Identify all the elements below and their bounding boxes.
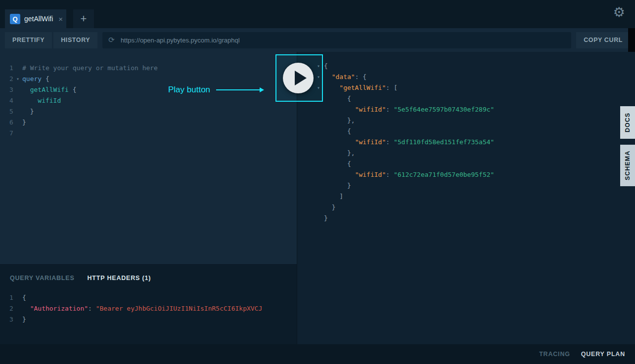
line-number: 3 (0, 84, 16, 95)
fold-spacer (317, 137, 324, 148)
code-line: 5 } (0, 106, 297, 117)
code-text: }, (324, 115, 355, 126)
fold-spacer (16, 63, 22, 74)
status-bar: TRACING QUERY PLAN (0, 344, 635, 364)
code-line: { (317, 93, 635, 104)
code-text: } (324, 202, 335, 213)
query-editor-code: 1# Write your query or mutation here2▾qu… (0, 52, 297, 139)
copy-curl-button[interactable]: COPY CURL (576, 32, 630, 48)
fold-spacer (16, 303, 22, 314)
fold-spacer (317, 191, 324, 202)
tracing-button[interactable]: TRACING (539, 351, 570, 358)
code-text: getAllWifi { (22, 84, 77, 95)
query-badge-icon: Q (10, 14, 20, 24)
play-icon (295, 71, 307, 85)
line-number: 1 (0, 63, 16, 74)
fold-spacer (16, 106, 22, 117)
bottom-panel: QUERY VARIABLES HTTP HEADERS (1) 1{2 "Au… (0, 264, 297, 344)
code-text: { (324, 159, 351, 169)
query-editor-pane[interactable]: 1# Write your query or mutation here2▾qu… (0, 52, 297, 264)
code-line: 6} (0, 117, 297, 128)
line-number: 4 (0, 95, 16, 106)
code-line: }, (317, 148, 635, 159)
window-edge-strip (628, 28, 635, 52)
fold-spacer (16, 314, 22, 325)
code-text: { (324, 126, 351, 137)
fold-spacer (317, 126, 324, 137)
fold-spacer (317, 115, 324, 126)
code-text: { (22, 292, 26, 303)
code-text: wifiId (22, 95, 61, 106)
close-icon[interactable]: × (58, 15, 63, 23)
code-line: "wifiId": "5df110fd58ed151fef735a54" (317, 137, 635, 148)
response-json: ▾{▾ "data": {▾ "getAllWifi": [ { "wifiId… (297, 52, 635, 224)
settings-gear-icon[interactable]: ⚙ (613, 6, 625, 19)
fold-spacer (16, 292, 22, 303)
code-text: "wifiId": "612c72ea71f0d57e0be95f52" (324, 169, 494, 180)
history-button[interactable]: HISTORY (53, 32, 97, 48)
execute-play-button[interactable] (283, 63, 314, 93)
prettify-button[interactable]: PRETTIFY (5, 32, 52, 48)
code-text: # Write your query or mutation here (22, 63, 158, 74)
code-line: } (317, 180, 635, 191)
code-text: } (22, 117, 26, 128)
play-button-annotation: Play button (168, 85, 264, 95)
toolbar: PRETTIFY HISTORY ⟳ COPY CURL (0, 28, 635, 52)
annotation-arrow-line (216, 89, 260, 90)
code-line: ▾ "getAllWifi": [ (317, 82, 635, 93)
line-number: 3 (0, 314, 16, 325)
code-text: } (22, 106, 34, 117)
line-number: 1 (0, 292, 16, 303)
fold-spacer (16, 95, 22, 106)
endpoint-url-input[interactable] (120, 36, 565, 44)
tab-query-variables[interactable]: QUERY VARIABLES (10, 275, 75, 282)
http-headers-editor[interactable]: 1{2 "Authorization": "Bearer eyJhbGciOiJ… (0, 282, 297, 325)
code-text: ] (324, 191, 343, 202)
code-line: } (317, 213, 635, 224)
code-line: { (317, 159, 635, 169)
code-text: } (22, 314, 26, 325)
query-plan-button[interactable]: QUERY PLAN (581, 351, 625, 358)
code-line: 3} (0, 314, 297, 325)
sidebar-tab-docs[interactable]: DOCS (620, 106, 635, 139)
line-number: 5 (0, 106, 16, 117)
code-line: 2 "Authorization": "Bearer eyJhbGciOiJIU… (0, 303, 297, 314)
fold-spacer (317, 169, 324, 180)
annotation-label: Play button (168, 85, 210, 95)
line-number: 7 (0, 128, 16, 139)
fold-chevron-down-icon[interactable]: ▾ (16, 74, 22, 84)
bottom-panel-tabs: QUERY VARIABLES HTTP HEADERS (1) (0, 265, 297, 282)
annotation-arrow-head-icon (260, 87, 264, 92)
fold-spacer (317, 202, 324, 213)
code-line: 1# Write your query or mutation here (0, 63, 297, 74)
fold-spacer (317, 180, 324, 191)
code-text: "data": { (324, 72, 366, 82)
code-line: ] (317, 191, 635, 202)
fold-spacer (317, 159, 324, 169)
code-text: "Authorization": "Bearer eyJhbGciOiJIUzI… (22, 303, 262, 314)
line-number: 2 (0, 303, 16, 314)
line-number: 2 (0, 74, 16, 84)
new-tab-button[interactable]: + (73, 9, 94, 28)
line-number: 6 (0, 117, 16, 128)
tab-http-headers[interactable]: HTTP HEADERS (1) (88, 275, 151, 282)
tab-getallwifi[interactable]: Q getAllWifi × (5, 9, 66, 28)
graphql-playground-window: Q getAllWifi × + ⚙ PRETTIFY HISTORY ⟳ CO… (0, 0, 635, 364)
code-text: { (324, 61, 328, 72)
fold-spacer (317, 148, 324, 159)
tab-bar: Q getAllWifi × + ⚙ (0, 0, 635, 28)
code-line: { (317, 126, 635, 137)
code-line: ▾{ (317, 61, 635, 72)
code-text: { (324, 93, 351, 104)
code-line: 1{ (0, 292, 297, 303)
response-pane: ▾{▾ "data": {▾ "getAllWifi": [ { "wifiId… (297, 52, 635, 344)
fold-spacer (317, 213, 324, 224)
code-line: 4 wifiId (0, 95, 297, 106)
code-line: 2▾query { (0, 74, 297, 84)
sidebar-tab-schema[interactable]: SCHEMA (620, 145, 635, 186)
fold-spacer (16, 128, 22, 139)
fold-spacer (317, 104, 324, 115)
code-text: query { (22, 74, 49, 84)
code-text: "wifiId": "5df110fd58ed151fef735a54" (324, 137, 494, 148)
reload-icon[interactable]: ⟳ (108, 36, 115, 44)
